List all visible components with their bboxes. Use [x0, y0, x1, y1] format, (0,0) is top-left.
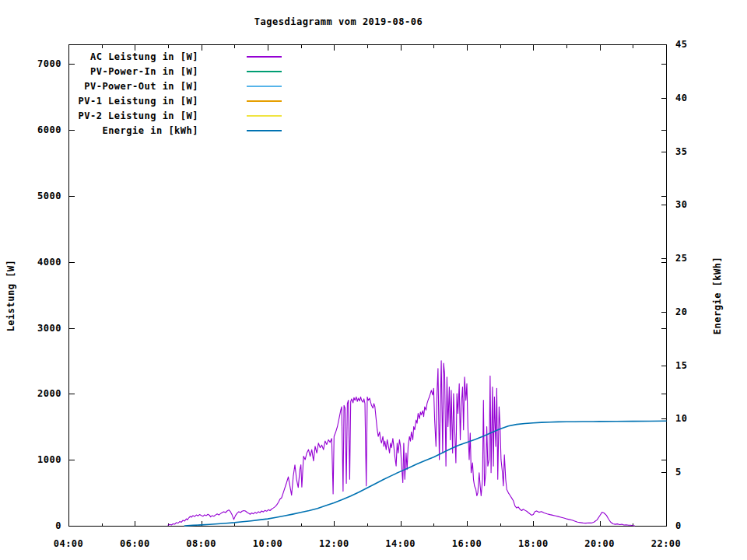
y-tick-label: 0	[55, 520, 61, 531]
series-path-0	[168, 361, 635, 526]
x-tick-label: 06:00	[120, 538, 150, 549]
y-tick-label: 5000	[37, 191, 61, 201]
legend-label: AC Leistung in [W]	[90, 51, 198, 62]
y-tick-label: 7000	[37, 58, 61, 69]
x-tick-label: 22:00	[651, 538, 682, 549]
y2-tick-label: 25	[675, 253, 687, 264]
legend-label: Energie in [kWh]	[102, 125, 198, 136]
chart-title: Tagesdiagramm vom 2019-08-06	[254, 16, 423, 27]
y2-tick-label: 30	[675, 199, 687, 210]
legend-label: PV-Power-Out in [W]	[84, 81, 198, 92]
y-tick-label: 1000	[37, 454, 61, 465]
x-tick-label: 12:00	[319, 538, 349, 549]
y2-tick-label: 5	[675, 467, 682, 478]
y2-tick-label: 10	[675, 413, 687, 424]
legend-label: PV-1 Leistung in [W]	[79, 96, 199, 107]
legend-label: PV-2 Leistung in [W]	[79, 110, 199, 121]
x-tick-label: 10:00	[253, 538, 283, 549]
y2-tick-label: 45	[675, 39, 687, 50]
y-tick-label: 4000	[37, 257, 61, 268]
x-tick-label: 18:00	[518, 538, 549, 549]
y2-axis-label: Energie [kWh]	[712, 257, 723, 334]
y-tick-label: 6000	[37, 124, 61, 135]
y2-tick-label: 15	[675, 360, 687, 371]
chart-window: 04:0006:0008:0010:0012:0014:0016:0018:00…	[0, 0, 747, 560]
y-tick-label: 3000	[37, 323, 61, 334]
x-tick-label: 08:00	[186, 538, 216, 549]
y2-tick-label: 40	[675, 93, 687, 103]
series-path-5	[184, 421, 666, 526]
y2-tick-label: 20	[675, 306, 687, 317]
y-axis-label: Leistung [W]	[5, 260, 16, 332]
x-tick-label: 04:00	[54, 538, 84, 549]
legend-label: PV-Power-In in [W]	[90, 66, 198, 77]
x-tick-label: 16:00	[452, 538, 482, 549]
y2-tick-label: 35	[675, 146, 687, 157]
x-tick-label: 20:00	[584, 538, 615, 549]
y-tick-label: 2000	[37, 388, 61, 399]
x-tick-label: 14:00	[385, 538, 416, 549]
y2-tick-label: 0	[675, 520, 682, 531]
chart: 04:0006:0008:0010:0012:0014:0016:0018:00…	[0, 0, 747, 560]
